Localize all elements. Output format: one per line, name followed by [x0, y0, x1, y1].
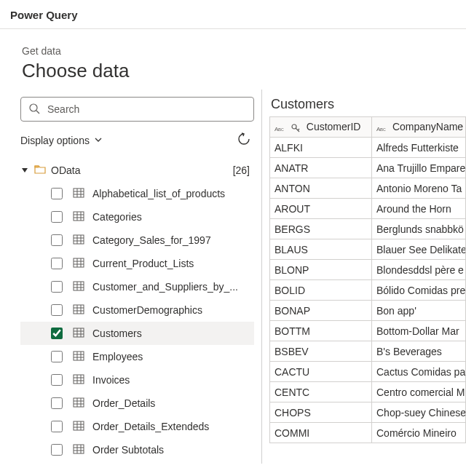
column-header-companyname[interactable]: ABC CompanyName: [372, 117, 466, 138]
search-input[interactable]: [46, 103, 246, 116]
refresh-button[interactable]: [234, 129, 254, 151]
key-icon: [291, 123, 301, 133]
tree-item-checkbox[interactable]: [51, 328, 63, 339]
svg-rect-54: [74, 421, 84, 430]
tree-item[interactable]: Employees: [20, 345, 254, 368]
text-type-icon: ABC: [376, 123, 387, 133]
table-cell: ANTON: [270, 178, 372, 199]
svg-rect-4: [74, 189, 84, 197]
svg-marker-2: [22, 168, 28, 172]
tree-item[interactable]: Order Subtotals: [20, 438, 254, 461]
table-cell: CENTC: [270, 382, 372, 402]
tree-item-label: Alphabetical_list_of_products: [92, 188, 225, 199]
svg-line-69: [298, 129, 299, 130]
table-cell: CHOPS: [270, 402, 372, 423]
table-row[interactable]: AROUTAround the Horn: [270, 199, 466, 219]
table-cell: Bottom-Dollar Mar: [372, 321, 466, 341]
table-cell: B's Beverages: [372, 341, 466, 362]
tree-root-odata[interactable]: OData [26]: [20, 159, 254, 182]
column-header-label: CustomerID: [307, 121, 361, 132]
tree-item[interactable]: Alphabetical_list_of_products: [20, 182, 254, 205]
header-subtitle: Get data: [22, 45, 444, 57]
table-row[interactable]: ALFKIAlfreds Futterkiste: [270, 138, 466, 158]
tree-item[interactable]: Order_Details: [20, 392, 254, 415]
tree-item[interactable]: Category_Sales_for_1997: [20, 229, 254, 252]
table-row[interactable]: BOTTMBottom-Dollar Mar: [270, 321, 466, 341]
svg-rect-44: [74, 375, 84, 384]
table-row[interactable]: BLONPBlondesddsl père e: [270, 260, 466, 280]
caret-down-icon: [20, 167, 29, 174]
tree-item-checkbox[interactable]: [51, 444, 63, 456]
tree-item[interactable]: Order_Details_Extendeds: [20, 415, 254, 438]
tree-item-checkbox[interactable]: [51, 374, 63, 386]
table-header-row: ABC CustomerID ABC CompanyName: [270, 117, 466, 138]
tree-item-checkbox[interactable]: [51, 397, 63, 409]
table-icon: [72, 326, 85, 341]
table-icon: [72, 256, 85, 271]
table-cell: BLAUS: [270, 239, 372, 260]
preview-title: Customers: [271, 97, 466, 112]
tree-item-label: Categories: [92, 211, 142, 223]
svg-rect-59: [74, 445, 84, 453]
tree-item-checkbox[interactable]: [51, 211, 63, 223]
table-cell: BONAP: [270, 301, 372, 321]
table-row[interactable]: CHOPSChop-suey Chinese: [270, 402, 466, 423]
table-row[interactable]: ANATRAna Trujillo Empare: [270, 158, 466, 178]
table-icon: [72, 210, 85, 225]
svg-point-0: [30, 104, 37, 111]
tree-item-label: Employees: [92, 351, 143, 362]
tree-item-checkbox[interactable]: [51, 351, 63, 362]
table-cell: Berglunds snabbkö: [372, 219, 466, 239]
tree-item-checkbox[interactable]: [51, 234, 63, 246]
table-icon: [72, 233, 85, 248]
text-type-icon: ABC: [275, 123, 285, 133]
tree-item-checkbox[interactable]: [51, 421, 63, 432]
tree-item[interactable]: Current_Product_Lists: [20, 252, 254, 275]
navigator-panel: Display options OData [26]: [0, 90, 262, 464]
preview-panel: Customers ABC CustomerID ABC CompanyName…: [262, 90, 466, 464]
tree-item[interactable]: Customer_and_Suppliers_by_...: [20, 275, 254, 298]
table-row[interactable]: CACTUCactus Comidas pa: [270, 362, 466, 382]
display-options-label: Display options: [20, 135, 90, 146]
svg-text:C: C: [383, 127, 386, 132]
app-title: Power Query: [0, 0, 466, 29]
svg-line-1: [36, 111, 39, 114]
table-cell: Around the Horn: [372, 199, 466, 219]
table-cell: BERGS: [270, 219, 372, 239]
table-row[interactable]: BSBEVB's Beverages: [270, 341, 466, 362]
table-icon: [72, 443, 85, 458]
svg-text:C: C: [281, 127, 284, 132]
table-row[interactable]: BLAUSBlauer See Delikate: [270, 239, 466, 260]
source-tree: OData [26] Alphabetical_list_of_products…: [20, 159, 254, 461]
svg-rect-34: [74, 328, 84, 337]
page-title: Choose data: [22, 60, 444, 82]
column-header-customerid[interactable]: ABC CustomerID: [270, 117, 372, 138]
table-row[interactable]: BONAPBon app': [270, 301, 466, 321]
tree-item-label: Customers: [92, 328, 142, 339]
table-cell: BOLID: [270, 280, 372, 301]
table-row[interactable]: BERGSBerglunds snabbkö: [270, 219, 466, 239]
table-row[interactable]: CENTCCentro comercial M: [270, 382, 466, 402]
search-input-container[interactable]: [20, 97, 254, 122]
table-row[interactable]: ANTONAntonio Moreno Ta: [270, 178, 466, 199]
tree-item[interactable]: Invoices: [20, 368, 254, 392]
tree-root-label: OData: [51, 164, 229, 176]
table-row[interactable]: COMMIComércio Mineiro: [270, 423, 466, 443]
tree-item-checkbox[interactable]: [51, 188, 63, 199]
table-row[interactable]: BOLIDBólido Comidas pre: [270, 280, 466, 301]
table-cell: Antonio Moreno Ta: [372, 178, 466, 199]
table-icon: [72, 279, 85, 295]
table-cell: ANATR: [270, 158, 372, 178]
tree-item-checkbox[interactable]: [51, 304, 63, 316]
table-cell: BSBEV: [270, 341, 372, 362]
tree-item-checkbox[interactable]: [51, 281, 63, 293]
tree-item[interactable]: CustomerDemographics: [20, 298, 254, 322]
tree-item[interactable]: Customers: [20, 322, 254, 345]
tree-item[interactable]: Categories: [20, 205, 254, 229]
table-icon: [72, 396, 85, 411]
table-cell: CACTU: [270, 362, 372, 382]
display-options-button[interactable]: Display options: [20, 135, 103, 146]
tree-item-checkbox[interactable]: [51, 258, 63, 269]
table-cell: Blondesddsl père e: [372, 260, 466, 280]
table-cell: Blauer See Delikate: [372, 239, 466, 260]
